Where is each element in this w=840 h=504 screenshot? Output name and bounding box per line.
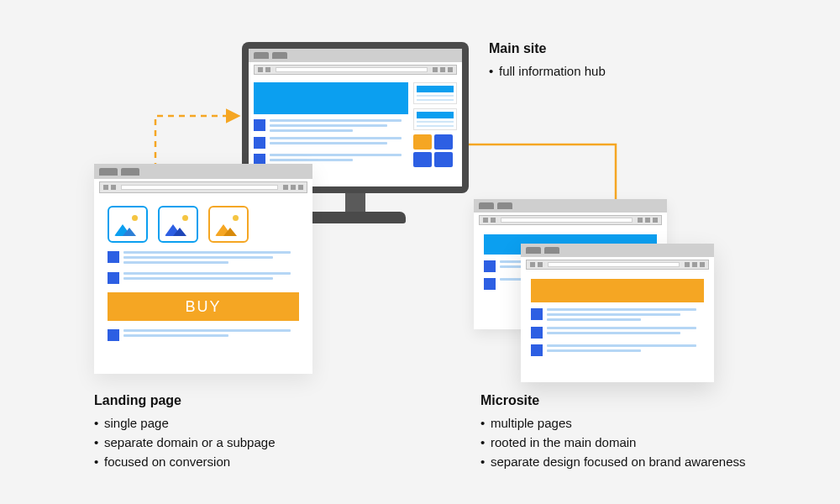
landing-page-illustration: BUY [94, 164, 312, 374]
bullet: multiple pages [480, 413, 783, 433]
hero-banner [254, 82, 408, 114]
bullet: rooted in the main domain [480, 433, 783, 452]
bullet: separate domain or a subpage [94, 433, 275, 452]
landing-page-title: Landing page [94, 391, 275, 412]
main-site-title: Main site [489, 39, 606, 60]
bullet: separate design focused on brand awarene… [480, 452, 783, 471]
microsite-title: Microsite [480, 391, 783, 412]
bullet: full information hub [489, 61, 606, 81]
browser-tab-bar [249, 49, 462, 62]
main-site-caption: Main site full information hub [489, 39, 606, 81]
bullet: focused on conversion [94, 452, 275, 471]
related-tiles [413, 134, 457, 167]
landing-page-caption: Landing page single page separate domain… [94, 391, 275, 472]
microsite-link-tile [413, 134, 432, 150]
microsite-illustration-front [521, 244, 714, 382]
browser-address-bar [254, 65, 457, 75]
image-icon [208, 206, 249, 243]
buy-button[interactable]: BUY [108, 292, 299, 321]
image-icon [158, 206, 198, 243]
bullet: single page [94, 413, 275, 433]
product-thumbnails [108, 206, 299, 243]
image-icon [108, 206, 148, 243]
microsite-caption: Microsite multiple pages rooted in the m… [480, 391, 783, 472]
